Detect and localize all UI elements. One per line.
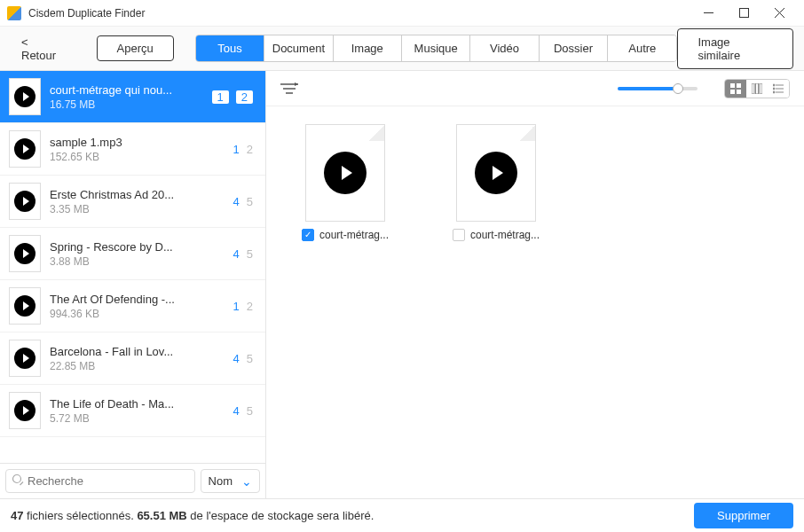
slider-thumb[interactable] [673,83,683,94]
duplicate-groups-panel: court-métrage qui nou... 16.75 MB 1 2 sa… [0,71,266,498]
sort-label: Nom [209,474,233,488]
slider-fill [618,87,678,90]
item-size: 3.35 MB [50,203,233,215]
svg-rect-1 [739,9,748,18]
preview-button[interactable]: Aperçu [97,35,174,61]
svg-point-22 [773,91,775,93]
search-icon [12,473,24,489]
svg-rect-16 [760,83,762,94]
count-total: 5 [247,404,253,418]
maximize-button[interactable] [726,0,761,27]
play-icon [14,191,35,212]
count-selected: 1 [212,90,229,104]
status-bar: 47 fichiers sélectionnés. 65.51 MB de l'… [0,498,804,532]
zoom-slider[interactable] [618,87,698,90]
tab-tous[interactable]: Tous [196,35,264,61]
play-icon [14,400,35,421]
item-size: 5.72 MB [50,412,233,425]
view-mode-segment [724,79,790,98]
svg-rect-15 [756,83,759,94]
play-icon [324,152,367,194]
svg-line-5 [20,482,24,486]
item-size: 3.88 MB [50,255,233,268]
grid-item[interactable]: court-métrag... [288,124,403,241]
sort-dropdown[interactable]: Nom ⌄ [201,469,260,493]
item-text: Spring - Rescore by D... 3.88 MB [50,240,233,268]
svg-rect-13 [737,90,741,94]
svg-point-21 [773,88,775,90]
list-item[interactable]: Barcelona - Fall in Lov... 22.85 MB 4 5 [0,332,265,385]
item-text: sample 1.mp3 152.65 KB [50,136,233,163]
svg-rect-14 [752,83,754,94]
list-item[interactable]: The Life of Death - Ma... 5.72 MB 4 5 [0,385,265,437]
main-area: court-métrage qui nou... 16.75 MB 1 2 sa… [0,71,804,498]
play-icon [475,152,517,194]
count-selected: 4 [233,195,240,208]
list-item[interactable]: Spring - Rescore by D... 3.88 MB 4 5 [0,228,265,280]
count-selected: 4 [233,404,240,418]
list-item[interactable]: The Art Of Defending -... 994.36 KB 1 2 [0,280,265,332]
search-input[interactable] [28,474,189,488]
item-counts: 1 2 [233,300,256,313]
delete-button[interactable]: Supprimer [694,503,793,528]
item-counts: 1 2 [212,90,256,104]
grid-item-name: court-métrag... [319,229,389,241]
grid-checkbox[interactable] [302,229,314,241]
svg-rect-10 [730,83,735,88]
item-text: court-métrage qui nou... 16.75 MB [50,83,212,111]
tab-musique[interactable]: Musique [402,35,470,61]
play-icon [14,295,35,317]
item-size: 994.36 KB [50,308,233,320]
item-text: Erste Christmas Ad 20... 3.35 MB [50,188,233,215]
item-counts: 4 5 [233,404,256,418]
count-total: 2 [236,90,253,104]
item-name: Barcelona - Fall in Lov... [50,345,233,358]
view-list-button[interactable] [768,80,789,98]
count-selected: 1 [233,300,240,313]
view-grid-button[interactable] [725,80,746,98]
list-item[interactable]: Erste Christmas Ad 20... 3.35 MB 4 5 [0,176,265,228]
count-total: 2 [247,143,253,156]
svg-point-4 [13,475,21,483]
count-total: 2 [247,300,253,313]
item-text: The Art Of Defending -... 994.36 KB [50,293,233,320]
tab-autre[interactable]: Autre [608,35,676,61]
item-size: 22.85 MB [50,360,233,372]
tab-image[interactable]: Image [334,35,402,61]
close-button[interactable] [761,0,797,27]
play-icon [14,243,35,264]
list-item[interactable]: court-métrage qui nou... 16.75 MB 1 2 [0,71,265,123]
titlebar: Cisdem Duplicate Finder [0,0,804,27]
duplicate-groups-list[interactable]: court-métrage qui nou... 16.75 MB 1 2 sa… [0,71,265,463]
tab-dossier[interactable]: Dossier [540,35,608,61]
category-tabs: TousDocumentImageMusiqueVidéoDossierAutr… [195,35,678,62]
similar-image-button[interactable]: Image similaire [677,28,793,69]
tab-document[interactable]: Document [264,35,333,61]
grid-checkbox[interactable] [453,229,465,241]
item-thumbnail [9,287,41,325]
grid-item[interactable]: court-métrag... [438,124,554,241]
preview-panel: court-métrag... court-métrag... [266,71,804,498]
item-name: The Life of Death - Ma... [50,397,233,411]
item-thumbnail [9,78,41,115]
search-box[interactable] [5,469,195,493]
tab-vidéo[interactable]: Vidéo [470,35,539,61]
item-name: The Art Of Defending -... [50,293,233,306]
item-name: sample 1.mp3 [50,136,233,149]
status-text: 47 fichiers sélectionnés. 65.51 MB de l'… [11,509,374,522]
svg-rect-11 [737,83,741,88]
count-selected: 4 [233,352,240,365]
back-button[interactable]: < Retour [11,30,75,67]
svg-marker-9 [295,82,298,86]
count-total: 5 [247,195,253,208]
view-columns-button[interactable] [746,80,768,98]
list-item[interactable]: sample 1.mp3 152.65 KB 1 2 [0,123,265,176]
svg-point-20 [773,84,775,86]
filter-icon[interactable] [280,82,298,95]
app-title: Cisdem Duplicate Finder [28,7,690,20]
play-icon [14,348,35,369]
item-counts: 1 2 [233,143,256,156]
minimize-button[interactable] [690,0,726,27]
grid-thumbnail [305,124,385,222]
toolbar: < Retour Aperçu TousDocumentImageMusique… [0,27,804,71]
